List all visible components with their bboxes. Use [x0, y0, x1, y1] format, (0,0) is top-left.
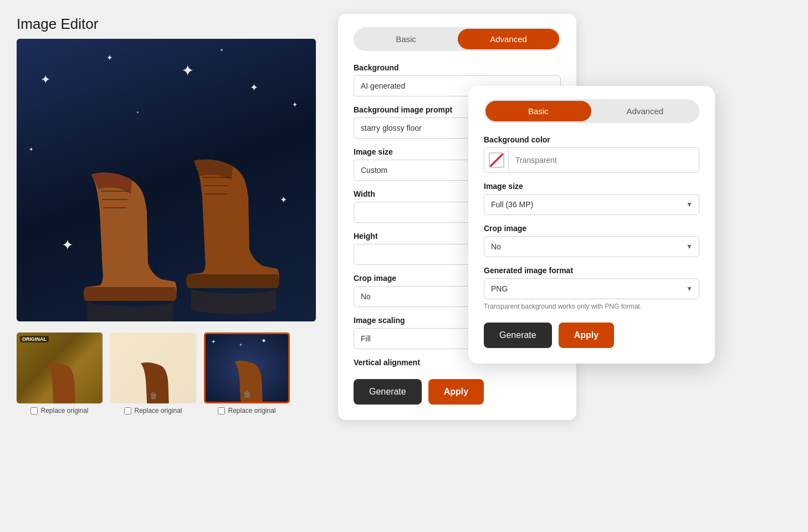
- thumbnail-wrapper-2: 🗑 Replace original: [110, 332, 196, 415]
- front-image-size-group: Image size Full (36 MP) Large (12 MP) Me…: [484, 182, 699, 215]
- front-crop-select-wrapper: No Yes ▼: [484, 236, 699, 257]
- star-decoration: ✦: [250, 81, 258, 94]
- front-image-size-select[interactable]: Full (36 MP) Large (12 MP) Medium (4 MP)…: [484, 194, 699, 215]
- thumbnail-wrapper-1: ORIGINAL Replace original: [17, 332, 103, 415]
- bg-color-input[interactable]: [509, 150, 699, 170]
- thumbnail-3[interactable]: ✦ ✦ ✦ 🗑: [204, 332, 290, 403]
- front-bg-color-group: Background color: [484, 135, 699, 173]
- replace-original-row-2: Replace original: [124, 407, 182, 415]
- replace-original-row-3: Replace original: [218, 407, 275, 415]
- thumb-delete-icon-3[interactable]: 🗑: [243, 390, 251, 398]
- back-generate-button[interactable]: Generate: [354, 379, 422, 405]
- star-decoration: ✦: [292, 101, 298, 109]
- replace-original-label-2: Replace original: [134, 407, 182, 415]
- front-image-size-label: Image size: [484, 182, 699, 191]
- front-generate-button[interactable]: Generate: [484, 323, 552, 348]
- replace-original-row-1: Replace original: [30, 407, 88, 415]
- page-title: Image Editor: [17, 16, 98, 33]
- front-apply-button[interactable]: Apply: [559, 323, 614, 348]
- back-panel-tabs: Basic Advanced: [354, 27, 561, 51]
- boot-image: [50, 139, 283, 321]
- star-decoration: ●: [220, 47, 223, 53]
- replace-original-checkbox-3[interactable]: [218, 407, 225, 415]
- star-decoration: ✦: [40, 73, 50, 87]
- front-gen-format-group: Generated image format PNG JPEG WEBP ▼ T…: [484, 266, 699, 310]
- thumb-original-label: ORIGINAL: [20, 336, 49, 342]
- format-hint-text: Transparent background works only with P…: [484, 303, 699, 310]
- thumb-delete-icon-2[interactable]: 🗑: [150, 391, 157, 400]
- front-crop-image-label: Crop image: [484, 224, 699, 233]
- back-panel-buttons: Generate Apply: [354, 379, 561, 405]
- color-swatch[interactable]: [484, 148, 509, 172]
- thumbnail-2[interactable]: 🗑: [110, 332, 196, 403]
- back-tab-advanced[interactable]: Advanced: [458, 29, 559, 49]
- thumbnail-1[interactable]: ORIGINAL: [17, 332, 103, 403]
- front-image-size-select-wrapper: Full (36 MP) Large (12 MP) Medium (4 MP)…: [484, 194, 699, 215]
- thumbnail-wrapper-3: ✦ ✦ ✦ 🗑 Replace original: [204, 332, 290, 415]
- thumbnail-strip: ORIGINAL Replace original 🗑 Replace orig…: [17, 332, 290, 415]
- front-bg-color-label: Background color: [484, 135, 699, 144]
- replace-original-checkbox-2[interactable]: [124, 407, 131, 415]
- back-tab-basic[interactable]: Basic: [355, 29, 457, 49]
- front-panel-buttons: Generate Apply: [484, 323, 699, 348]
- front-panel: Basic Advanced Background color Image si…: [468, 86, 715, 364]
- back-apply-button[interactable]: Apply: [428, 379, 484, 405]
- front-tab-basic[interactable]: Basic: [485, 101, 591, 121]
- background-label: Background: [354, 63, 561, 72]
- star-decoration: ●: [136, 110, 139, 115]
- replace-original-label-3: Replace original: [228, 407, 275, 415]
- thumb-boot-1: [27, 354, 93, 403]
- front-tab-advanced[interactable]: Advanced: [592, 101, 698, 121]
- star-decoration: ✦: [29, 146, 33, 152]
- front-panel-tabs: Basic Advanced: [484, 99, 699, 123]
- front-gen-format-select-wrapper: PNG JPEG WEBP ▼: [484, 278, 699, 299]
- main-image: ✦ ✦ ✦ ✦ ✦ ✦ ✦ ✦ ✦ ✦ ● ● ●: [17, 39, 316, 321]
- front-gen-format-select[interactable]: PNG JPEG WEBP: [484, 278, 699, 299]
- star-decoration: ✦: [181, 62, 194, 80]
- star-decoration: ✦: [106, 53, 113, 62]
- color-input-row: [484, 147, 699, 173]
- replace-original-label-1: Replace original: [40, 407, 88, 415]
- front-crop-image-group: Crop image No Yes ▼: [484, 224, 699, 257]
- front-gen-format-label: Generated image format: [484, 266, 699, 275]
- front-crop-select[interactable]: No Yes: [484, 236, 699, 257]
- replace-original-checkbox-1[interactable]: [30, 407, 38, 415]
- no-color-icon: [489, 152, 504, 168]
